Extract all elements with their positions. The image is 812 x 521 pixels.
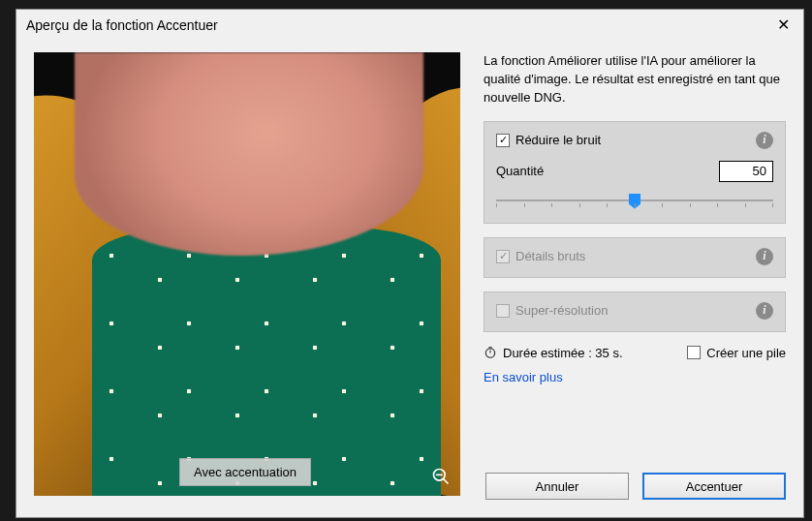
preview-column: Avec accentuation (34, 52, 460, 500)
amount-slider[interactable] (496, 192, 773, 211)
dialog-button-row: Annuler Accentuer (484, 473, 786, 500)
enhance-button[interactable]: Accentuer (642, 473, 786, 500)
create-stack-label: Créer une pile (706, 346, 786, 360)
timer-icon (484, 346, 497, 359)
super-resolution-checkbox (496, 304, 510, 318)
learn-more-link[interactable]: En savoir plus (484, 370, 786, 384)
info-icon[interactable]: i (756, 132, 773, 149)
close-icon[interactable]: ✕ (773, 15, 794, 35)
enhance-dialog: Aperçu de la fonction Accentuer ✕ Avec a… (16, 9, 804, 518)
preview-graphic (92, 227, 441, 496)
denoise-checkbox[interactable] (496, 134, 510, 147)
raw-details-panel: Détails bruts i (484, 237, 786, 278)
preview-badge: Avec accentuation (179, 458, 311, 486)
amount-label: Quantité (496, 164, 544, 178)
cancel-button[interactable]: Annuler (485, 473, 629, 500)
zoom-out-icon[interactable] (429, 465, 453, 488)
denoise-label: Réduire le bruit (515, 133, 601, 147)
svg-line-1 (444, 479, 449, 484)
raw-details-checkbox (496, 250, 510, 263)
denoise-panel: Réduire le bruit i Quantité (484, 121, 786, 224)
description-text: La fonction Améliorer utilise l'IA pour … (484, 52, 786, 107)
create-stack-checkbox[interactable] (687, 346, 701, 359)
preview-graphic (75, 52, 423, 256)
info-icon[interactable]: i (756, 248, 773, 265)
meta-row: Durée estimée : 35 s. Créer une pile (484, 346, 786, 360)
dialog-title: Aperçu de la fonction Accentuer (26, 17, 218, 33)
options-column: La fonction Améliorer utilise l'IA pour … (484, 52, 786, 500)
dialog-titlebar: Aperçu de la fonction Accentuer ✕ (16, 10, 803, 39)
duration-text: Durée estimée : 35 s. (503, 346, 623, 360)
raw-details-label: Détails bruts (515, 249, 585, 263)
image-preview[interactable]: Avec accentuation (34, 52, 460, 496)
amount-input[interactable] (719, 161, 773, 182)
dialog-content: Avec accentuation La fonction Améliorer … (16, 39, 803, 517)
super-resolution-panel: Super-résolution i (484, 291, 786, 332)
super-resolution-label: Super-résolution (515, 303, 608, 318)
info-icon[interactable]: i (756, 302, 773, 320)
slider-ticks (496, 203, 773, 207)
